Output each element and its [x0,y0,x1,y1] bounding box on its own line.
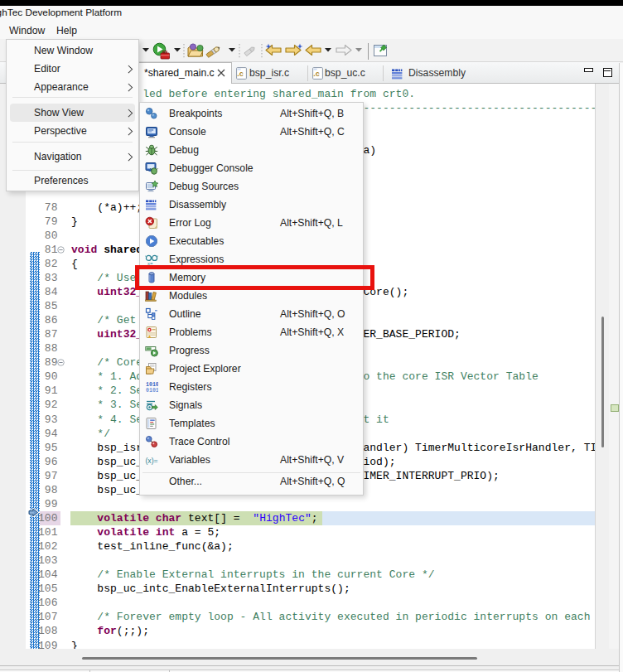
svg-text:.c: .c [237,70,244,78]
svg-text:.c: .c [313,70,320,78]
svg-text:0101: 0101 [146,388,158,394]
svg-text:1010: 1010 [146,382,158,388]
svg-text:(x)=: (x)= [146,457,158,465]
